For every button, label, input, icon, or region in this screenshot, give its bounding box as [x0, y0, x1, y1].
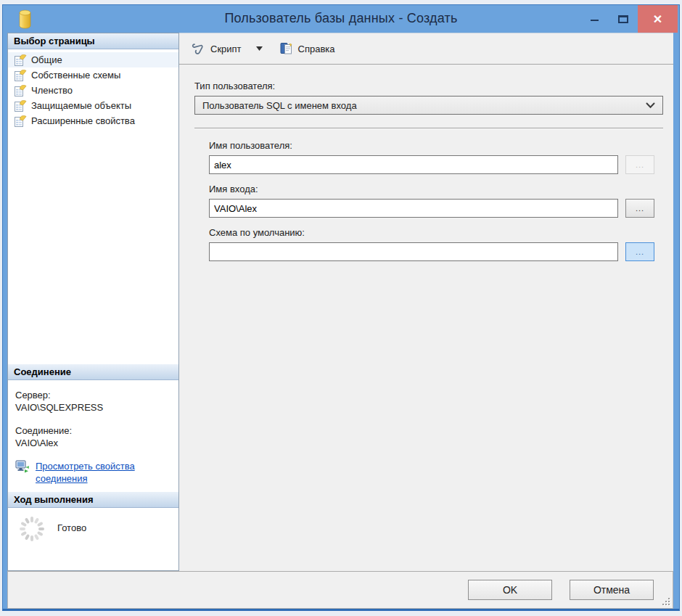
connection-header: Соединение: [8, 364, 178, 380]
sidebar-item-label: Членство: [31, 85, 73, 96]
connection-value: VAIO\Alex: [15, 437, 171, 449]
progress-spinner-icon: [18, 515, 46, 543]
close-button[interactable]: ✕: [638, 5, 678, 33]
help-button-label: Справка: [298, 44, 335, 54]
progress-block: Готово: [8, 508, 178, 570]
user-type-select[interactable]: Пользователь SQL с именем входа: [194, 96, 663, 115]
main-panel: Скрипт: [179, 33, 673, 571]
page-list: Общие Собственные схемы: [8, 49, 178, 364]
minimize-icon: [591, 20, 599, 21]
login-name-browse-button[interactable]: ...: [625, 199, 654, 218]
server-label: Сервер:: [15, 389, 171, 401]
maximize-button[interactable]: [609, 5, 638, 33]
footer: OK Отмена: [7, 571, 673, 609]
form-content: Тип пользователя: Пользователь SQL с име…: [179, 65, 673, 571]
sidebar-item-membership[interactable]: Членство: [8, 83, 178, 98]
sidebar-item-general[interactable]: Общие: [8, 52, 178, 67]
pages-header: Выбор страницы: [8, 33, 178, 49]
chevron-down-icon: [646, 102, 655, 109]
script-button[interactable]: Скрипт: [186, 39, 246, 59]
script-button-label: Скрипт: [210, 44, 242, 54]
sidebar-item-label: Защищаемые объекты: [31, 100, 131, 111]
sidebar-item-label: Собственные схемы: [31, 70, 120, 81]
minimize-button[interactable]: [580, 5, 609, 33]
login-name-input[interactable]: [209, 199, 618, 218]
view-connection-properties-link[interactable]: Просмотреть свойства соединения: [36, 460, 150, 485]
default-schema-input[interactable]: [209, 242, 618, 261]
maximize-icon: [618, 15, 628, 23]
default-schema-label: Схема по умолчанию:: [209, 227, 654, 238]
sidebar-item-extended-properties[interactable]: Расширенные свойства: [8, 113, 178, 128]
cancel-button[interactable]: Отмена: [570, 580, 654, 600]
login-name-label: Имя входа:: [209, 184, 654, 194]
default-schema-browse-button[interactable]: ...: [625, 242, 654, 261]
titlebar: Пользователь базы данных - Создать ✕: [3, 5, 679, 33]
server-value: VAIO\SQLEXPRESS: [15, 401, 171, 414]
progress-status: Готово: [57, 522, 86, 533]
connection-label: Соединение:: [15, 424, 171, 437]
script-icon: [191, 43, 205, 55]
help-icon: [280, 42, 293, 55]
user-name-label: Имя пользователя:: [209, 140, 654, 151]
sidebar-item-label: Общие: [31, 54, 62, 65]
progress-header: Ход выполнения: [8, 492, 178, 508]
page-icon: [15, 85, 27, 96]
chevron-down-icon: [256, 46, 263, 51]
sidebar-item-owned-schemas[interactable]: Собственные схемы: [8, 67, 178, 83]
resize-grip[interactable]: [662, 597, 670, 606]
user-type-value: Пользователь SQL с именем входа: [202, 100, 357, 111]
sidebar-item-label: Расширенные свойства: [31, 115, 135, 126]
page-icon: [15, 100, 27, 112]
close-icon: ✕: [653, 12, 662, 26]
page-icon: [15, 54, 27, 66]
connection-properties-icon: [15, 460, 30, 474]
page-icon: [15, 70, 27, 81]
sidebar-item-securables[interactable]: Защищаемые объекты: [8, 98, 178, 113]
script-dropdown-button[interactable]: [250, 43, 268, 54]
user-name-input[interactable]: [209, 155, 618, 174]
user-type-label: Тип пользователя:: [194, 81, 663, 91]
window-title: Пользователь базы данных - Создать: [3, 11, 679, 26]
toolbar: Скрипт: [179, 33, 673, 65]
dialog-window: Пользователь базы данных - Создать ✕ Выб…: [2, 4, 680, 611]
connection-info: Сервер: VAIO\SQLEXPRESS Соединение: VAIO…: [8, 380, 178, 492]
page-icon: [15, 115, 27, 127]
section-divider: [194, 128, 663, 128]
ok-button[interactable]: OK: [468, 580, 552, 600]
help-button[interactable]: Справка: [276, 38, 340, 59]
user-name-browse-button: ...: [625, 155, 654, 174]
sidebar: Выбор страницы Общие: [7, 33, 179, 571]
